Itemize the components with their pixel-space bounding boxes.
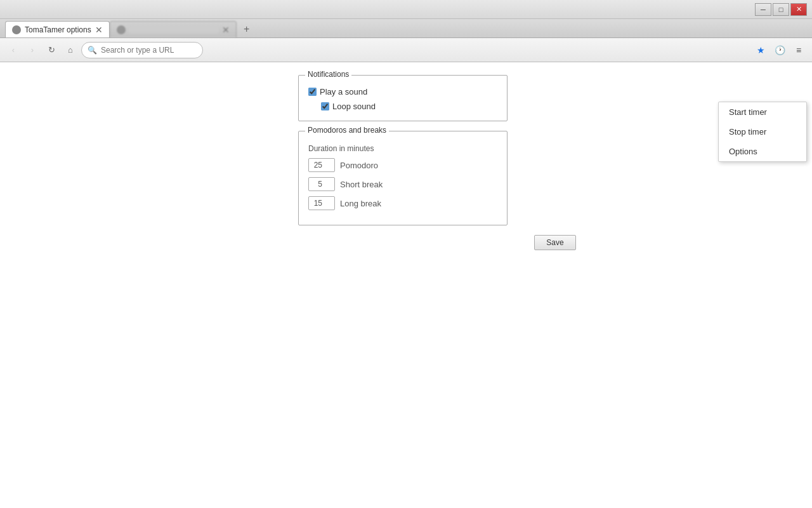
long-break-label: Long break	[340, 199, 381, 208]
menu-button[interactable]: ≡	[790, 42, 807, 58]
back-button[interactable]: ‹	[5, 42, 22, 58]
tab-title: TomaTamer options	[25, 25, 91, 34]
long-break-input[interactable]	[308, 196, 335, 210]
pomodoros-legend: Pomodoros and breaks	[305, 126, 389, 135]
tab-close-button[interactable]: ✕	[95, 25, 103, 34]
stop-timer-item[interactable]: Stop timer	[719, 122, 806, 142]
tab-favicon	[12, 25, 21, 34]
history-button[interactable]: 🕐	[771, 42, 788, 58]
tab-bar: TomaTamer options ✕ ✕ +	[0, 19, 812, 38]
loop-sound-row: Loop sound	[321, 102, 497, 111]
address-bar-wrapper: 🔍	[81, 42, 750, 58]
page-content: Notifications Play a sound Loop sound Po…	[0, 62, 812, 508]
refresh-button[interactable]: ↻	[43, 42, 60, 58]
loop-sound-label: Loop sound	[332, 102, 376, 111]
notifications-section: Notifications Play a sound Loop sound	[298, 75, 508, 121]
duration-label: Duration in minutes	[308, 144, 497, 153]
options-item[interactable]: Options	[719, 142, 806, 161]
bookmark-button[interactable]: ★	[752, 42, 769, 58]
address-bar-row: ‹ › ↻ ⌂ 🔍 ★ 🕐 ≡	[0, 38, 812, 62]
minimize-button[interactable]: ─	[755, 3, 771, 16]
start-timer-item[interactable]: Start timer	[719, 102, 806, 122]
other-tab[interactable]: ✕	[110, 21, 237, 37]
play-sound-label: Play a sound	[320, 87, 367, 97]
context-menu: Start timer Stop timer Options	[718, 102, 807, 162]
window-controls: ─ □ ✕	[755, 3, 807, 16]
pomodoros-section: Pomodoros and breaks Duration in minutes…	[298, 131, 508, 225]
save-button[interactable]: Save	[534, 235, 575, 250]
maximize-button[interactable]: □	[773, 3, 789, 16]
save-button-row: Save	[298, 235, 812, 250]
close-button[interactable]: ✕	[790, 3, 807, 16]
play-sound-row: Play a sound	[308, 87, 497, 97]
address-input[interactable]	[81, 42, 203, 58]
loop-sound-checkbox[interactable]	[321, 102, 329, 110]
forward-button[interactable]: ›	[24, 42, 41, 58]
other-tab-close[interactable]: ✕	[222, 25, 230, 35]
title-bar: ─ □ ✕	[0, 0, 812, 19]
new-tab-button[interactable]: +	[239, 22, 254, 36]
home-button[interactable]: ⌂	[62, 42, 79, 58]
pomodoro-label: Pomodoro	[340, 161, 378, 170]
other-tab-favicon	[117, 25, 126, 34]
short-break-row: Short break	[308, 177, 497, 191]
toolbar-right: ★ 🕐 ≡	[752, 42, 807, 58]
play-sound-checkbox[interactable]	[308, 88, 317, 96]
search-icon: 🔍	[88, 46, 97, 55]
pomodoro-row: Pomodoro	[308, 158, 497, 172]
pomodoro-input[interactable]	[308, 158, 335, 172]
active-tab[interactable]: TomaTamer options ✕	[5, 21, 110, 37]
options-container: Notifications Play a sound Loop sound Po…	[0, 62, 812, 250]
short-break-input[interactable]	[308, 177, 335, 191]
notifications-legend: Notifications	[305, 70, 351, 79]
short-break-label: Short break	[340, 180, 383, 189]
long-break-row: Long break	[308, 196, 497, 210]
other-tab-title	[128, 26, 219, 34]
